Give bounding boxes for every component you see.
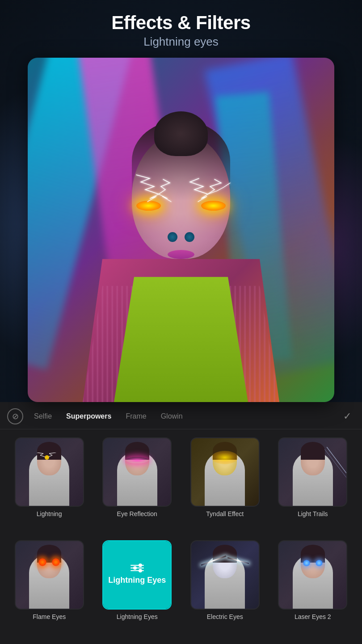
thumb-figure-flame-eyes — [16, 541, 83, 609]
tab-glowin[interactable]: Glowin — [155, 410, 189, 423]
person-image — [69, 98, 293, 402]
adjust-icon — [130, 565, 144, 571]
effect-thumb-tyndall — [190, 437, 260, 507]
adjust-line-3 — [130, 570, 144, 571]
earring-right — [185, 232, 194, 242]
effects-grid: Lightning Eye Reflection — [0, 429, 362, 644]
effect-laser-eyes-2[interactable]: Laser Eyes 2 — [269, 537, 357, 640]
adjust-overlay: Lightning Eyes — [103, 541, 171, 609]
effect-label-tyndall: Tyndall Effect — [206, 510, 244, 518]
thumb-figure-lightning — [16, 438, 83, 506]
tab-selfie[interactable]: Selfie — [28, 410, 58, 423]
effect-label-electric-eyes: Electric Eyes — [207, 613, 243, 621]
page-title: Effects & Filters — [111, 13, 250, 33]
thumb-figure-laser-eyes-2 — [279, 541, 346, 609]
eye-right — [201, 201, 226, 211]
tab-bar: ⊘ Selfie Superpowers Frame Glowin ✓ — [0, 402, 362, 429]
adjust-line-2 — [130, 568, 144, 568]
head — [132, 134, 230, 259]
laser-beam-left — [303, 560, 310, 566]
photo-canvas — [28, 58, 334, 402]
tab-frame[interactable]: Frame — [119, 410, 152, 423]
thumb-electric-beams — [205, 560, 245, 562]
bottom-panel: ⊘ Selfie Superpowers Frame Glowin ✓ — [0, 402, 362, 644]
thumb-laser-beams — [299, 560, 326, 566]
eye-left — [136, 201, 161, 211]
thumb-flame-container — [36, 558, 63, 565]
adjust-line-1 — [130, 565, 144, 566]
effect-tyndall[interactable]: Tyndall Effect — [181, 434, 269, 537]
thumb-tyndall-glow — [211, 451, 238, 464]
tab-superpowers[interactable]: Superpowers — [60, 410, 118, 423]
effect-label-eye-reflection: Eye Reflection — [117, 510, 157, 518]
effect-eye-reflection[interactable]: Eye Reflection — [93, 434, 181, 537]
thumb-figure-electric-eyes — [191, 541, 259, 609]
thumb-flame-left — [38, 558, 46, 566]
confirm-checkmark[interactable]: ✓ — [343, 411, 355, 422]
laser-beam-right — [316, 560, 323, 566]
thumb-figure-light-trails — [279, 438, 346, 506]
lips — [168, 250, 194, 259]
effect-lightning-eyes[interactable]: Lightning Eyes Lightning Eyes — [93, 537, 181, 640]
thumb-figure-tyndall — [191, 438, 259, 506]
adjust-label: Lightning Eyes — [108, 576, 166, 585]
effect-thumb-flame-eyes — [15, 540, 84, 610]
earring-left — [168, 232, 177, 242]
effect-flame-eyes[interactable]: Flame Eyes — [5, 537, 93, 640]
effect-thumb-eye-reflection — [102, 437, 172, 507]
page-subtitle: Lightning eyes — [111, 35, 250, 49]
effect-light-trails[interactable]: Light Trails — [269, 434, 357, 537]
eyes-container — [132, 196, 230, 219]
effect-label-light-trails: Light Trails — [298, 510, 328, 518]
effect-lightning[interactable]: Lightning — [5, 434, 93, 537]
effect-thumb-light-trails — [278, 437, 347, 507]
thumb-eye-glow — [126, 457, 148, 463]
effect-thumb-lightning — [15, 437, 84, 507]
body-shape — [87, 246, 275, 402]
photo-card — [28, 58, 334, 402]
effect-label-laser-eyes-2: Laser Eyes 2 — [295, 613, 331, 621]
effect-label-lightning-eyes: Lightning Eyes — [117, 613, 158, 621]
svg-line-2 — [325, 449, 347, 478]
effect-thumb-electric-eyes — [190, 540, 260, 610]
hair-bun — [154, 111, 208, 156]
no-filter-icon[interactable]: ⊘ — [7, 408, 23, 424]
shirt — [114, 277, 248, 402]
thumb-flame-right — [52, 558, 60, 566]
header: Effects & Filters Lightning eyes — [111, 13, 250, 49]
effect-thumb-lightning-eyes: Lightning Eyes — [102, 540, 172, 610]
thumb-lightning-svg — [34, 453, 65, 462]
svg-line-1 — [327, 447, 346, 473]
effect-label-lightning: Lightning — [37, 510, 62, 518]
effect-electric-eyes[interactable]: Electric Eyes — [181, 537, 269, 640]
effect-thumb-laser-eyes-2 — [278, 540, 347, 610]
page-wrapper: Effects & Filters Lightning eyes — [0, 0, 362, 644]
svg-point-0 — [45, 455, 49, 460]
thumb-figure-eye-reflection — [103, 438, 171, 506]
effect-label-flame-eyes: Flame Eyes — [33, 613, 66, 621]
